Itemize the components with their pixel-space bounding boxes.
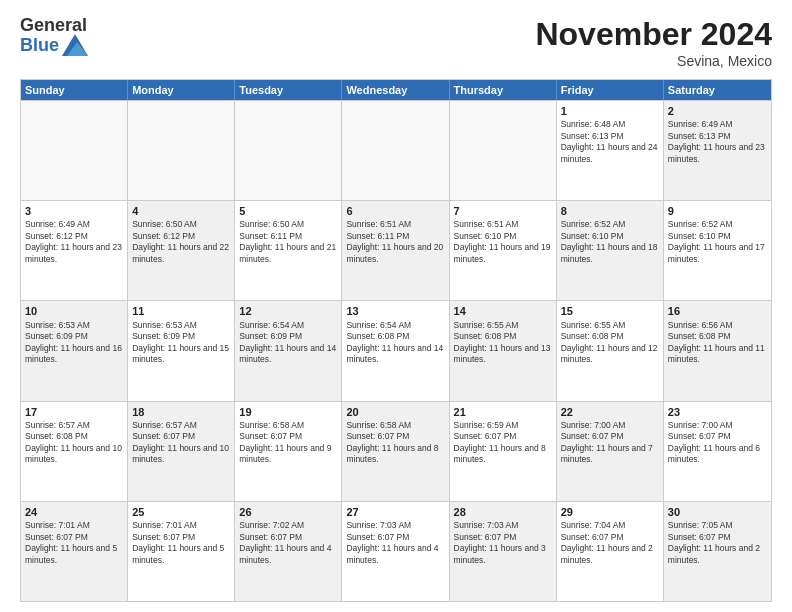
table-row: 28Sunrise: 7:03 AMSunset: 6:07 PMDayligh… [450,502,557,601]
table-row: 20Sunrise: 6:58 AMSunset: 6:07 PMDayligh… [342,402,449,501]
table-row: 5Sunrise: 6:50 AMSunset: 6:11 PMDaylight… [235,201,342,300]
calendar: SundayMondayTuesdayWednesdayThursdayFrid… [20,79,772,602]
table-row: 23Sunrise: 7:00 AMSunset: 6:07 PMDayligh… [664,402,771,501]
calendar-row-3: 17Sunrise: 6:57 AMSunset: 6:08 PMDayligh… [21,401,771,501]
table-row: 2Sunrise: 6:49 AMSunset: 6:13 PMDaylight… [664,101,771,200]
table-row: 17Sunrise: 6:57 AMSunset: 6:08 PMDayligh… [21,402,128,501]
day-info: Sunrise: 6:57 AMSunset: 6:07 PMDaylight:… [132,420,230,466]
day-info: Sunrise: 6:57 AMSunset: 6:08 PMDaylight:… [25,420,123,466]
table-row: 25Sunrise: 7:01 AMSunset: 6:07 PMDayligh… [128,502,235,601]
table-row: 8Sunrise: 6:52 AMSunset: 6:10 PMDaylight… [557,201,664,300]
day-number: 21 [454,405,552,419]
day-info: Sunrise: 6:51 AMSunset: 6:10 PMDaylight:… [454,219,552,265]
table-row: 18Sunrise: 6:57 AMSunset: 6:07 PMDayligh… [128,402,235,501]
table-row: 22Sunrise: 7:00 AMSunset: 6:07 PMDayligh… [557,402,664,501]
table-row: 3Sunrise: 6:49 AMSunset: 6:12 PMDaylight… [21,201,128,300]
day-info: Sunrise: 6:58 AMSunset: 6:07 PMDaylight:… [239,420,337,466]
day-info: Sunrise: 6:55 AMSunset: 6:08 PMDaylight:… [561,320,659,366]
day-number: 10 [25,304,123,318]
day-info: Sunrise: 6:54 AMSunset: 6:09 PMDaylight:… [239,320,337,366]
calendar-row-0: 1Sunrise: 6:48 AMSunset: 6:13 PMDaylight… [21,100,771,200]
day-info: Sunrise: 6:50 AMSunset: 6:11 PMDaylight:… [239,219,337,265]
day-info: Sunrise: 6:54 AMSunset: 6:08 PMDaylight:… [346,320,444,366]
day-number: 28 [454,505,552,519]
day-info: Sunrise: 6:58 AMSunset: 6:07 PMDaylight:… [346,420,444,466]
day-number: 27 [346,505,444,519]
table-row [235,101,342,200]
logo-general: General [20,16,88,34]
logo-blue: Blue [20,36,59,54]
day-number: 2 [668,104,767,118]
day-number: 4 [132,204,230,218]
table-row: 10Sunrise: 6:53 AMSunset: 6:09 PMDayligh… [21,301,128,400]
logo-text: General Blue [20,16,88,56]
day-info: Sunrise: 6:49 AMSunset: 6:13 PMDaylight:… [668,119,767,165]
logo-icon [62,34,88,56]
day-number: 13 [346,304,444,318]
day-number: 25 [132,505,230,519]
table-row: 14Sunrise: 6:55 AMSunset: 6:08 PMDayligh… [450,301,557,400]
table-row: 19Sunrise: 6:58 AMSunset: 6:07 PMDayligh… [235,402,342,501]
day-info: Sunrise: 6:51 AMSunset: 6:11 PMDaylight:… [346,219,444,265]
day-info: Sunrise: 6:53 AMSunset: 6:09 PMDaylight:… [25,320,123,366]
day-number: 19 [239,405,337,419]
header: General Blue November 2024 Sevina, Mexic… [20,16,772,69]
table-row: 29Sunrise: 7:04 AMSunset: 6:07 PMDayligh… [557,502,664,601]
day-info: Sunrise: 7:01 AMSunset: 6:07 PMDaylight:… [25,520,123,566]
table-row: 4Sunrise: 6:50 AMSunset: 6:12 PMDaylight… [128,201,235,300]
day-number: 7 [454,204,552,218]
day-number: 22 [561,405,659,419]
day-info: Sunrise: 7:05 AMSunset: 6:07 PMDaylight:… [668,520,767,566]
day-info: Sunrise: 6:50 AMSunset: 6:12 PMDaylight:… [132,219,230,265]
day-number: 17 [25,405,123,419]
table-row: 15Sunrise: 6:55 AMSunset: 6:08 PMDayligh… [557,301,664,400]
day-number: 29 [561,505,659,519]
header-day-friday: Friday [557,80,664,100]
day-number: 6 [346,204,444,218]
day-info: Sunrise: 6:55 AMSunset: 6:08 PMDaylight:… [454,320,552,366]
table-row: 13Sunrise: 6:54 AMSunset: 6:08 PMDayligh… [342,301,449,400]
calendar-row-1: 3Sunrise: 6:49 AMSunset: 6:12 PMDaylight… [21,200,771,300]
header-day-saturday: Saturday [664,80,771,100]
location: Sevina, Mexico [535,53,772,69]
table-row: 26Sunrise: 7:02 AMSunset: 6:07 PMDayligh… [235,502,342,601]
calendar-header: SundayMondayTuesdayWednesdayThursdayFrid… [21,80,771,100]
logo: General Blue [20,16,88,56]
table-row [342,101,449,200]
day-info: Sunrise: 6:53 AMSunset: 6:09 PMDaylight:… [132,320,230,366]
day-number: 24 [25,505,123,519]
day-info: Sunrise: 6:48 AMSunset: 6:13 PMDaylight:… [561,119,659,165]
day-number: 9 [668,204,767,218]
page: General Blue November 2024 Sevina, Mexic… [0,0,792,612]
day-info: Sunrise: 7:01 AMSunset: 6:07 PMDaylight:… [132,520,230,566]
day-number: 16 [668,304,767,318]
day-number: 11 [132,304,230,318]
day-info: Sunrise: 7:02 AMSunset: 6:07 PMDaylight:… [239,520,337,566]
table-row: 11Sunrise: 6:53 AMSunset: 6:09 PMDayligh… [128,301,235,400]
header-day-monday: Monday [128,80,235,100]
calendar-row-4: 24Sunrise: 7:01 AMSunset: 6:07 PMDayligh… [21,501,771,601]
table-row: 9Sunrise: 6:52 AMSunset: 6:10 PMDaylight… [664,201,771,300]
table-row: 7Sunrise: 6:51 AMSunset: 6:10 PMDaylight… [450,201,557,300]
table-row: 27Sunrise: 7:03 AMSunset: 6:07 PMDayligh… [342,502,449,601]
table-row: 16Sunrise: 6:56 AMSunset: 6:08 PMDayligh… [664,301,771,400]
calendar-body: 1Sunrise: 6:48 AMSunset: 6:13 PMDaylight… [21,100,771,601]
day-info: Sunrise: 6:59 AMSunset: 6:07 PMDaylight:… [454,420,552,466]
day-number: 15 [561,304,659,318]
header-day-wednesday: Wednesday [342,80,449,100]
day-number: 20 [346,405,444,419]
header-day-sunday: Sunday [21,80,128,100]
table-row: 1Sunrise: 6:48 AMSunset: 6:13 PMDaylight… [557,101,664,200]
table-row: 12Sunrise: 6:54 AMSunset: 6:09 PMDayligh… [235,301,342,400]
day-info: Sunrise: 7:04 AMSunset: 6:07 PMDaylight:… [561,520,659,566]
day-info: Sunrise: 7:03 AMSunset: 6:07 PMDaylight:… [454,520,552,566]
table-row [450,101,557,200]
day-number: 30 [668,505,767,519]
day-info: Sunrise: 6:49 AMSunset: 6:12 PMDaylight:… [25,219,123,265]
day-info: Sunrise: 7:03 AMSunset: 6:07 PMDaylight:… [346,520,444,566]
table-row: 21Sunrise: 6:59 AMSunset: 6:07 PMDayligh… [450,402,557,501]
table-row: 24Sunrise: 7:01 AMSunset: 6:07 PMDayligh… [21,502,128,601]
calendar-row-2: 10Sunrise: 6:53 AMSunset: 6:09 PMDayligh… [21,300,771,400]
table-row: 6Sunrise: 6:51 AMSunset: 6:11 PMDaylight… [342,201,449,300]
day-number: 12 [239,304,337,318]
